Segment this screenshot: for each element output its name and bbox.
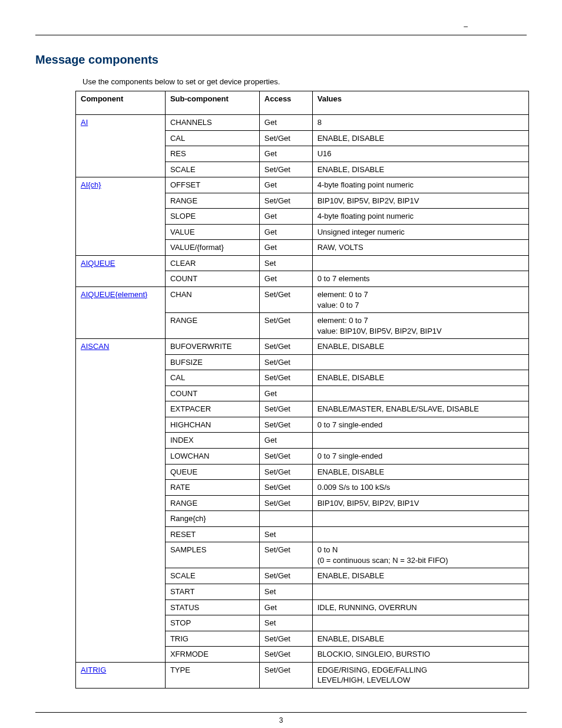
cell-sub: RANGE bbox=[165, 495, 259, 511]
cell-vals: ENABLE/MASTER, ENABLE/SLAVE, DISABLE bbox=[312, 401, 528, 417]
cell-sub: SCALE bbox=[165, 568, 259, 584]
cell-sub: Range{ch} bbox=[165, 511, 259, 527]
cell-sub: CLEAR bbox=[165, 255, 259, 271]
cell-vals: ENABLE, DISABLE bbox=[312, 339, 528, 355]
cell-sub: CAL bbox=[165, 370, 259, 386]
cell-access: Get bbox=[259, 209, 312, 225]
cell-access: Get bbox=[259, 271, 312, 287]
cell-vals: BLOCKIO, SINGLEIO, BURSTIO bbox=[312, 647, 528, 663]
cell-access bbox=[259, 511, 312, 527]
page-header: – bbox=[35, 24, 527, 35]
cell-sub: TYPE bbox=[165, 662, 259, 688]
col-subcomponent: Sub-component bbox=[165, 91, 259, 115]
link-aitrig[interactable]: AITRIG bbox=[81, 666, 106, 674]
cell-access: Set/Get bbox=[259, 417, 312, 433]
cell-sub: RANGE bbox=[165, 313, 259, 339]
col-values: Values bbox=[312, 91, 528, 115]
cell-vals bbox=[312, 386, 528, 401]
cell-sub: HIGHCHAN bbox=[165, 417, 259, 433]
cell-vals: ENABLE, DISABLE bbox=[312, 370, 528, 386]
cell-vals: 0 to 7 elements bbox=[312, 271, 528, 287]
link-aiqueue[interactable]: AIQUEUE bbox=[81, 259, 115, 268]
cell-vals: element: 0 to 7value: BIP10V, BIP5V, BIP… bbox=[312, 313, 528, 339]
cell-sub: QUEUE bbox=[165, 464, 259, 480]
cell-vals bbox=[312, 433, 528, 449]
cell-access: Set bbox=[259, 615, 312, 631]
cell-sub: OFFSET bbox=[165, 177, 259, 193]
cell-sub: STATUS bbox=[165, 599, 259, 615]
cell-sub: COUNT bbox=[165, 271, 259, 287]
cell-sub: BUFOVERWRITE bbox=[165, 339, 259, 355]
cell-access: Get bbox=[259, 240, 312, 256]
table-row: AITRIG TYPE Set/Get EDGE/RISING, EDGE/FA… bbox=[76, 662, 529, 688]
cell-access: Set/Get bbox=[259, 313, 312, 339]
cell-sub: BUFSIZE bbox=[165, 354, 259, 370]
cell-access: Set/Get bbox=[259, 339, 312, 355]
cell-access: Get bbox=[259, 146, 312, 162]
header-dash: – bbox=[464, 22, 468, 31]
col-access: Access bbox=[259, 91, 312, 115]
table-row: AI CHANNELS Get 8 bbox=[76, 115, 529, 131]
cell-access: Set/Get bbox=[259, 495, 312, 511]
cell-sub: CHANNELS bbox=[165, 115, 259, 131]
page-footer: 3 bbox=[35, 712, 527, 724]
cell-access: Get bbox=[259, 115, 312, 131]
cell-sub: CAL bbox=[165, 130, 259, 146]
cell-vals: element: 0 to 7value: 0 to 7 bbox=[312, 287, 528, 313]
cell-vals: 0 to 7 single-ended bbox=[312, 417, 528, 433]
cell-sub: TRIG bbox=[165, 631, 259, 647]
cell-sub: RATE bbox=[165, 480, 259, 496]
cell-access: Get bbox=[259, 177, 312, 193]
cell-access: Set bbox=[259, 255, 312, 271]
table-row: AIQUEUE{element} CHAN Set/Get element: 0… bbox=[76, 287, 529, 313]
cell-sub: RES bbox=[165, 146, 259, 162]
cell-vals bbox=[312, 615, 528, 631]
cell-vals: BIP10V, BIP5V, BIP2V, BIP1V bbox=[312, 193, 528, 209]
cell-vals: ENABLE, DISABLE bbox=[312, 130, 528, 146]
cell-vals: ENABLE, DISABLE bbox=[312, 162, 528, 177]
cell-sub: COUNT bbox=[165, 386, 259, 401]
cell-vals bbox=[312, 255, 528, 271]
cell-access: Set/Get bbox=[259, 130, 312, 146]
cell-sub: SLOPE bbox=[165, 209, 259, 225]
cell-access: Set/Get bbox=[259, 370, 312, 386]
components-table: Component Sub-component Access Values AI… bbox=[75, 91, 529, 689]
cell-vals: 0.009 S/s to 100 kS/s bbox=[312, 480, 528, 496]
cell-vals bbox=[312, 584, 528, 599]
cell-vals: Unsigned integer numeric bbox=[312, 224, 528, 240]
link-ai[interactable]: AI bbox=[81, 118, 88, 127]
cell-sub: VALUE/{format} bbox=[165, 240, 259, 256]
cell-sub: EXTPACER bbox=[165, 401, 259, 417]
cell-sub: LOWCHAN bbox=[165, 449, 259, 465]
cell-vals: RAW, VOLTS bbox=[312, 240, 528, 256]
cell-sub: STOP bbox=[165, 615, 259, 631]
cell-access: Set/Get bbox=[259, 631, 312, 647]
cell-access: Set/Get bbox=[259, 449, 312, 465]
cell-access: Set bbox=[259, 584, 312, 599]
link-aiscan[interactable]: AISCAN bbox=[81, 342, 109, 351]
cell-access: Get bbox=[259, 224, 312, 240]
link-aiqueue-el[interactable]: AIQUEUE{element} bbox=[81, 290, 147, 299]
cell-vals: 0 to 7 single-ended bbox=[312, 449, 528, 465]
link-aich[interactable]: AI{ch} bbox=[81, 180, 101, 189]
cell-access: Set/Get bbox=[259, 354, 312, 370]
table-row: AISCAN BUFOVERWRITE Set/Get ENABLE, DISA… bbox=[76, 339, 529, 355]
cell-vals bbox=[312, 526, 528, 542]
cell-access: Set/Get bbox=[259, 287, 312, 313]
table-header-row: Component Sub-component Access Values bbox=[76, 91, 529, 115]
cell-access: Set/Get bbox=[259, 480, 312, 496]
cell-access: Set/Get bbox=[259, 464, 312, 480]
cell-access: Set/Get bbox=[259, 401, 312, 417]
cell-vals: 8 bbox=[312, 115, 528, 131]
cell-sub: SCALE bbox=[165, 162, 259, 177]
cell-access: Set/Get bbox=[259, 193, 312, 209]
cell-sub: RESET bbox=[165, 526, 259, 542]
cell-access: Set/Get bbox=[259, 647, 312, 663]
cell-sub: START bbox=[165, 584, 259, 599]
cell-sub: RANGE bbox=[165, 193, 259, 209]
cell-vals: BIP10V, BIP5V, BIP2V, BIP1V bbox=[312, 495, 528, 511]
col-component: Component bbox=[76, 91, 166, 115]
cell-vals: ENABLE, DISABLE bbox=[312, 631, 528, 647]
cell-access: Get bbox=[259, 599, 312, 615]
cell-access: Set/Get bbox=[259, 662, 312, 688]
